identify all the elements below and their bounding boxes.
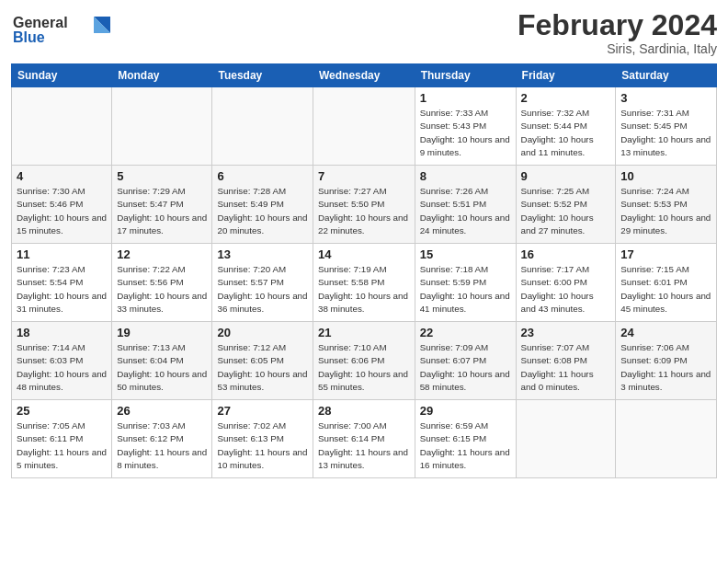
day-info: Sunrise: 7:24 AM Sunset: 5:53 PM Dayligh… — [620, 185, 711, 237]
day-number: 13 — [217, 247, 307, 261]
calendar-cell — [516, 400, 616, 478]
day-number: 3 — [620, 91, 711, 105]
calendar-cell — [313, 87, 415, 166]
day-info: Sunrise: 7:30 AM Sunset: 5:46 PM Dayligh… — [17, 185, 107, 237]
calendar-cell — [12, 87, 112, 166]
calendar-header-row: Sunday Monday Tuesday Wednesday Thursday… — [12, 64, 717, 87]
day-number: 16 — [521, 247, 611, 261]
day-number: 8 — [420, 169, 511, 183]
calendar-cell: 23Sunrise: 7:07 AM Sunset: 6:08 PM Dayli… — [516, 322, 616, 400]
calendar-week-3: 11Sunrise: 7:23 AM Sunset: 5:54 PM Dayli… — [12, 244, 717, 322]
calendar-cell — [112, 87, 212, 166]
day-number: 1 — [420, 91, 511, 105]
day-number: 28 — [318, 404, 410, 418]
day-number: 27 — [217, 404, 307, 418]
day-info: Sunrise: 7:29 AM Sunset: 5:47 PM Dayligh… — [117, 185, 207, 237]
day-info: Sunrise: 7:27 AM Sunset: 5:50 PM Dayligh… — [318, 185, 410, 237]
calendar-cell: 28Sunrise: 7:00 AM Sunset: 6:14 PM Dayli… — [313, 400, 415, 478]
day-info: Sunrise: 7:20 AM Sunset: 5:57 PM Dayligh… — [217, 263, 307, 316]
calendar-cell: 20Sunrise: 7:12 AM Sunset: 6:05 PM Dayli… — [212, 322, 313, 400]
svg-text:General: General — [13, 15, 68, 30]
day-info: Sunrise: 7:15 AM Sunset: 6:01 PM Dayligh… — [620, 263, 711, 316]
col-thursday: Thursday — [415, 64, 516, 87]
calendar-cell: 16Sunrise: 7:17 AM Sunset: 6:00 PM Dayli… — [516, 244, 616, 322]
calendar-cell: 17Sunrise: 7:15 AM Sunset: 6:01 PM Dayli… — [616, 244, 717, 322]
location: Siris, Sardinia, Italy — [518, 41, 717, 56]
day-info: Sunrise: 7:05 AM Sunset: 6:11 PM Dayligh… — [17, 419, 107, 472]
logo-text: General Blue — [11, 9, 112, 52]
calendar-cell: 27Sunrise: 7:02 AM Sunset: 6:13 PM Dayli… — [212, 400, 313, 478]
day-info: Sunrise: 7:06 AM Sunset: 6:09 PM Dayligh… — [620, 341, 711, 394]
col-saturday: Saturday — [616, 64, 717, 87]
day-number: 6 — [217, 169, 307, 183]
day-info: Sunrise: 7:22 AM Sunset: 5:56 PM Dayligh… — [117, 263, 207, 316]
day-info: Sunrise: 7:09 AM Sunset: 6:07 PM Dayligh… — [420, 341, 511, 394]
day-number: 17 — [620, 247, 711, 261]
day-info: Sunrise: 7:26 AM Sunset: 5:51 PM Dayligh… — [420, 185, 511, 237]
calendar-week-2: 4Sunrise: 7:30 AM Sunset: 5:46 PM Daylig… — [12, 166, 717, 244]
day-info: Sunrise: 7:18 AM Sunset: 5:59 PM Dayligh… — [420, 263, 511, 316]
month-title: February 2024 — [518, 9, 717, 41]
calendar-cell: 14Sunrise: 7:19 AM Sunset: 5:58 PM Dayli… — [313, 244, 415, 322]
calendar-cell: 2Sunrise: 7:32 AM Sunset: 5:44 PM Daylig… — [516, 87, 616, 166]
day-info: Sunrise: 7:03 AM Sunset: 6:12 PM Dayligh… — [117, 419, 207, 472]
page: General Blue February 2024 Siris, Sardin… — [0, 0, 728, 563]
day-number: 23 — [521, 326, 611, 339]
calendar-cell: 3Sunrise: 7:31 AM Sunset: 5:45 PM Daylig… — [616, 87, 717, 166]
col-sunday: Sunday — [12, 64, 112, 87]
calendar-cell — [616, 400, 717, 478]
day-number: 26 — [117, 404, 207, 418]
day-number: 12 — [117, 247, 207, 261]
calendar-cell: 19Sunrise: 7:13 AM Sunset: 6:04 PM Dayli… — [112, 322, 212, 400]
day-info: Sunrise: 7:17 AM Sunset: 6:00 PM Dayligh… — [521, 263, 611, 316]
calendar-week-1: 1Sunrise: 7:33 AM Sunset: 5:43 PM Daylig… — [12, 87, 717, 166]
calendar-cell: 10Sunrise: 7:24 AM Sunset: 5:53 PM Dayli… — [616, 166, 717, 244]
day-number: 21 — [318, 326, 410, 339]
calendar-cell: 21Sunrise: 7:10 AM Sunset: 6:06 PM Dayli… — [313, 322, 415, 400]
calendar-cell: 4Sunrise: 7:30 AM Sunset: 5:46 PM Daylig… — [12, 166, 112, 244]
calendar-cell: 9Sunrise: 7:25 AM Sunset: 5:52 PM Daylig… — [516, 166, 616, 244]
day-number: 4 — [17, 169, 107, 183]
calendar-cell — [212, 87, 313, 166]
calendar-cell: 12Sunrise: 7:22 AM Sunset: 5:56 PM Dayli… — [112, 244, 212, 322]
day-number: 14 — [318, 247, 410, 261]
day-number: 22 — [420, 326, 511, 339]
title-area: February 2024 Siris, Sardinia, Italy — [518, 9, 717, 56]
day-info: Sunrise: 7:00 AM Sunset: 6:14 PM Dayligh… — [318, 419, 410, 472]
header: General Blue February 2024 Siris, Sardin… — [11, 9, 717, 56]
day-number: 2 — [521, 91, 611, 105]
logo: General Blue — [11, 9, 112, 52]
calendar-cell: 8Sunrise: 7:26 AM Sunset: 5:51 PM Daylig… — [415, 166, 516, 244]
calendar-week-4: 18Sunrise: 7:14 AM Sunset: 6:03 PM Dayli… — [12, 322, 717, 400]
day-info: Sunrise: 7:07 AM Sunset: 6:08 PM Dayligh… — [521, 341, 611, 394]
calendar-cell: 26Sunrise: 7:03 AM Sunset: 6:12 PM Dayli… — [112, 400, 212, 478]
day-info: Sunrise: 7:28 AM Sunset: 5:49 PM Dayligh… — [217, 185, 307, 237]
calendar-cell: 18Sunrise: 7:14 AM Sunset: 6:03 PM Dayli… — [12, 322, 112, 400]
calendar-cell: 1Sunrise: 7:33 AM Sunset: 5:43 PM Daylig… — [415, 87, 516, 166]
day-info: Sunrise: 7:13 AM Sunset: 6:04 PM Dayligh… — [117, 341, 207, 394]
day-info: Sunrise: 7:33 AM Sunset: 5:43 PM Dayligh… — [420, 107, 511, 159]
day-info: Sunrise: 7:23 AM Sunset: 5:54 PM Dayligh… — [17, 263, 107, 316]
day-info: Sunrise: 7:25 AM Sunset: 5:52 PM Dayligh… — [521, 185, 611, 237]
day-number: 29 — [420, 404, 511, 418]
calendar-cell: 13Sunrise: 7:20 AM Sunset: 5:57 PM Dayli… — [212, 244, 313, 322]
calendar-cell: 11Sunrise: 7:23 AM Sunset: 5:54 PM Dayli… — [12, 244, 112, 322]
calendar-cell: 7Sunrise: 7:27 AM Sunset: 5:50 PM Daylig… — [313, 166, 415, 244]
calendar-cell: 15Sunrise: 7:18 AM Sunset: 5:59 PM Dayli… — [415, 244, 516, 322]
col-monday: Monday — [112, 64, 212, 87]
day-info: Sunrise: 7:12 AM Sunset: 6:05 PM Dayligh… — [217, 341, 307, 394]
calendar-cell: 25Sunrise: 7:05 AM Sunset: 6:11 PM Dayli… — [12, 400, 112, 478]
day-info: Sunrise: 7:19 AM Sunset: 5:58 PM Dayligh… — [318, 263, 410, 316]
calendar-cell: 22Sunrise: 7:09 AM Sunset: 6:07 PM Dayli… — [415, 322, 516, 400]
day-number: 19 — [117, 326, 207, 339]
calendar-week-5: 25Sunrise: 7:05 AM Sunset: 6:11 PM Dayli… — [12, 400, 717, 478]
day-info: Sunrise: 7:32 AM Sunset: 5:44 PM Dayligh… — [521, 107, 611, 159]
day-number: 18 — [17, 326, 107, 339]
day-info: Sunrise: 7:02 AM Sunset: 6:13 PM Dayligh… — [217, 419, 307, 472]
calendar-cell: 29Sunrise: 6:59 AM Sunset: 6:15 PM Dayli… — [415, 400, 516, 478]
calendar-cell: 5Sunrise: 7:29 AM Sunset: 5:47 PM Daylig… — [112, 166, 212, 244]
day-number: 5 — [117, 169, 207, 183]
col-wednesday: Wednesday — [313, 64, 415, 87]
col-friday: Friday — [516, 64, 616, 87]
day-info: Sunrise: 7:31 AM Sunset: 5:45 PM Dayligh… — [620, 107, 711, 159]
